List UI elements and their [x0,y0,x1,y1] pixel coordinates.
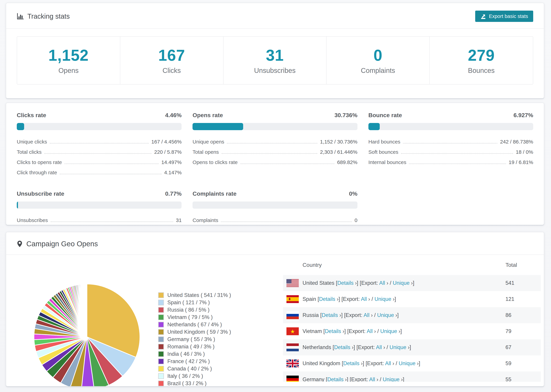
export-unique-link[interactable]: Unique [393,280,410,286]
pie-chart-svg [32,282,142,386]
flag-de-icon [286,376,299,382]
flag-us-icon [286,279,299,287]
rate-title: Unsubscribe rate [17,190,64,197]
country-total: 541 [505,280,514,286]
table-row: United Kingdom [Details ›] [Export: All … [283,355,541,371]
legend-label: Brazil ( 33 / 2% ) [167,380,206,386]
rate-row-value: 1,152 / 30.736% [320,139,357,145]
rate-value: 4.46% [165,112,182,119]
legend-label: India ( 46 / 3% ) [167,351,205,357]
country-total: 121 [505,296,514,302]
table-row: Netherlands [Details ›] [Export: All › /… [283,339,541,355]
table-row: Germany [Details ›] [Export: All › / Uni… [283,371,541,382]
stats-row: 1,152Opens167Clicks31Unsubscribes0Compla… [17,36,533,84]
export-all-link[interactable]: All [369,377,375,382]
rate-rows: Complaints0 [192,215,357,225]
rate-row: Click through rate4.147% [17,168,182,178]
flag-nl-icon [286,343,299,351]
legend-swatch [158,322,164,328]
legend-swatch [158,381,164,386]
rate-row-label: Internal bounces [368,159,406,165]
rate-section-header: Opens rate30.736% [192,112,357,119]
export-unique-link[interactable]: Unique [399,360,416,366]
rate-row-label: Opens to clicks rate [192,159,238,165]
rate-row-value: 0 [354,217,357,223]
legend-label: Netherlands ( 67 / 4% ) [167,322,222,328]
legend-swatch [158,300,164,305]
country-total: 67 [505,344,511,350]
export-button-label: Export basic stats [489,14,528,19]
rate-row-label: Hard bounces [368,139,400,145]
rate-value: 6.927% [514,112,533,119]
details-link[interactable]: Details [319,296,335,302]
details-link[interactable]: Details [325,328,341,334]
export-all-link[interactable]: All [376,344,382,350]
geo-table: Country Total United States [Details ›] … [283,255,541,382]
export-all-link[interactable]: All [379,280,385,286]
rate-row: Total clicks220 / 5.87% [17,147,182,157]
tracking-stats-card: Tracking stats Export basic stats 1,152O… [6,3,544,98]
country-cell: Vietnam [Details ›] [Export: All › / Uni… [303,328,402,334]
geo-header: Campaign Geo Opens [6,232,544,255]
legend-label: Russia ( 86 / 5% ) [167,307,209,313]
details-link[interactable]: Details [337,280,353,286]
column-header-country: Country [303,262,322,268]
export-unique-link[interactable]: Unique [380,328,397,334]
rate-row-value: 18 / 0% [516,149,533,155]
export-all-link[interactable]: All [367,328,373,334]
rate-title: Opens rate [192,112,223,119]
export-unique-link[interactable]: Unique [377,312,394,318]
flag-vn-icon [286,327,299,335]
map-pin-icon [17,240,23,248]
details-link[interactable]: Details [334,344,350,350]
export-unique-link[interactable]: Unique [383,377,400,382]
flag-es-icon [286,295,299,303]
country-name: United States [303,280,336,286]
export-all-link[interactable]: All [364,312,369,318]
rate-section-complaints-rate: Complaints rate0%Complaints0 [192,190,357,225]
legend-swatch [158,314,164,320]
flag-ru-icon [286,311,299,319]
stat-box-complaints: 0Complaints [326,37,430,84]
table-row: Russia [Details ›] [Export: All › / Uniq… [283,307,541,323]
progress-bar-fill [192,123,243,130]
tracking-stats-title: Tracking stats [17,13,70,20]
details-link[interactable]: Details [343,360,360,366]
country-cell: United Kingdom [Details ›] [Export: All … [303,360,420,366]
page-title: Tracking stats [27,13,70,20]
stat-label: Bounces [468,67,495,74]
rate-section-unsubscribe-rate: Unsubscribe rate0.77%Unsubscribes31 [17,190,182,225]
country-cell: Russia [Details ›] [Export: All › / Uniq… [303,312,399,318]
legend-label: Canada ( 40 / 2% ) [167,366,212,372]
rates-card: Clicks rate4.46%Unique clicks167 / 4.456… [6,103,544,225]
rate-row-label: Click through rate [17,170,57,175]
export-label: Export: [349,328,367,334]
export-unique-link[interactable]: Unique [374,296,391,302]
rate-row-value: 220 / 5.87% [154,149,182,155]
details-link[interactable]: Details [327,377,344,382]
progress-bar-track [17,123,182,130]
rate-row: Soft bounces18 / 0% [368,147,533,157]
legend-swatch [158,307,164,313]
rate-row: Internal bounces19 / 6.81% [368,157,533,168]
legend-swatch [158,336,164,342]
export-all-link[interactable]: All [361,296,367,302]
stat-label: Opens [58,67,78,74]
dotted-leader [409,163,506,164]
rate-row: Complaints0 [192,215,357,225]
rate-row-value: 31 [176,217,182,223]
export-basic-stats-button[interactable]: Export basic stats [475,11,533,22]
progress-bar-fill [368,123,380,130]
export-unique-link[interactable]: Unique [389,344,406,350]
country-cell: Germany [Details ›] [Export: All › / Uni… [303,377,404,382]
progress-bar-track [192,123,357,130]
country-name: Spain [303,296,318,302]
export-all-link[interactable]: All [385,360,391,366]
rate-row: Clicks to opens rate14.497% [17,157,182,168]
details-link[interactable]: Details [322,312,338,318]
stat-value: 1,152 [49,46,89,64]
rate-section-bounce-rate: Bounce rate6.927%Hard bounces242 / 86.73… [368,112,533,178]
rate-value: 30.736% [334,112,357,119]
geo-pie-chart [32,282,142,386]
dotted-leader [221,222,352,222]
